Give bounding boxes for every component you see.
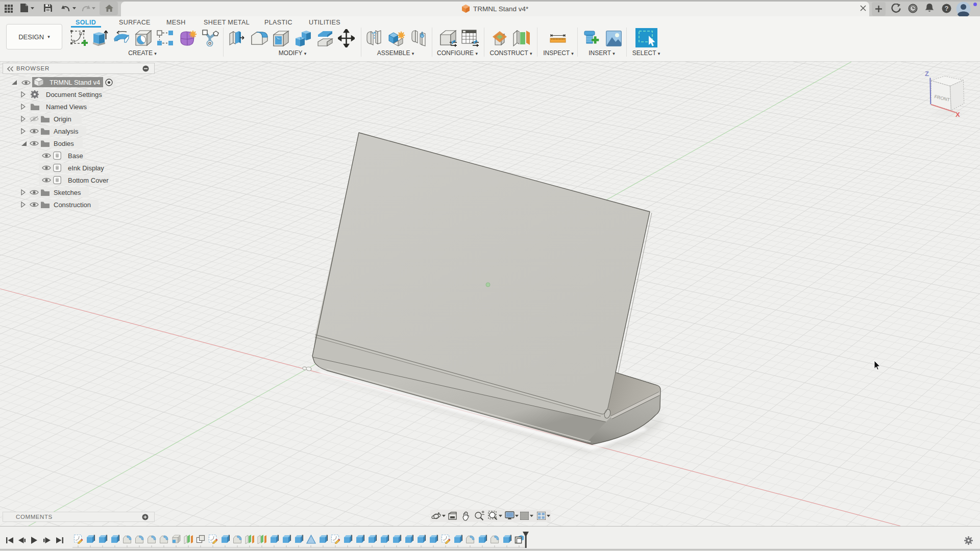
svg-text:Z: Z [925,70,929,78]
svg-text:?: ? [945,5,949,12]
svg-text:X: X [955,111,960,118]
